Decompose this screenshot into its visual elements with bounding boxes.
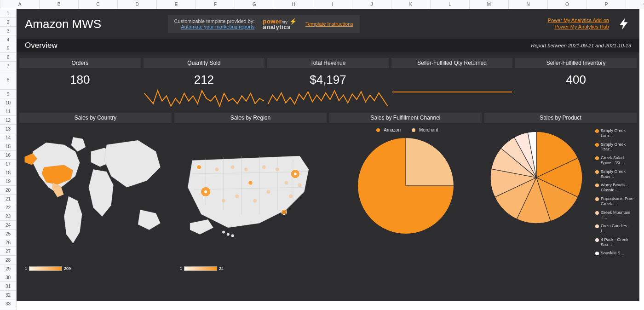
row-header[interactable]: 30 bbox=[0, 273, 16, 282]
fulfillment-legend: AmazonMerchant bbox=[329, 123, 482, 135]
col-header[interactable]: H bbox=[274, 0, 313, 9]
row-header[interactable]: 15 bbox=[0, 142, 16, 151]
col-header[interactable]: D bbox=[118, 0, 157, 9]
addon-link[interactable]: Power My Analytics Add-on bbox=[548, 17, 609, 23]
col-header[interactable]: B bbox=[40, 0, 79, 9]
row-header[interactable]: 23 bbox=[0, 212, 16, 221]
chart-title: Sales by Fulfillment Channel bbox=[329, 113, 482, 123]
legend-item: Papoutsanis Pure Greek… bbox=[595, 196, 634, 207]
row-header[interactable]: 31 bbox=[0, 282, 16, 291]
col-header[interactable]: J bbox=[352, 0, 391, 9]
row-header[interactable]: 7 bbox=[0, 62, 16, 70]
row-header[interactable]: 34 bbox=[0, 308, 16, 310]
chart-title: Sales by Product bbox=[484, 113, 637, 123]
chart-title: Sales by Country bbox=[19, 113, 172, 123]
row-header[interactable]: 20 bbox=[0, 186, 16, 195]
sparkline bbox=[267, 89, 389, 107]
row-header[interactable]: 13 bbox=[0, 125, 16, 133]
row-header[interactable]: 26 bbox=[0, 238, 16, 247]
row-header[interactable]: 14 bbox=[0, 133, 16, 142]
legend-item: Amazon bbox=[373, 127, 401, 132]
row-header[interactable]: 12 bbox=[0, 116, 16, 125]
sparkline bbox=[391, 75, 513, 93]
col-header[interactable]: C bbox=[79, 0, 118, 9]
automate-link[interactable]: Automate your marketing reports bbox=[174, 24, 255, 29]
row-header[interactable]: 5 bbox=[0, 44, 16, 53]
row-header[interactable]: 32 bbox=[0, 291, 16, 299]
hub-link[interactable]: Power My Analytics Hub bbox=[548, 24, 609, 29]
row-header[interactable]: 28 bbox=[0, 256, 16, 264]
template-instructions-link[interactable]: Template Instructions bbox=[305, 21, 353, 27]
row-header[interactable]: 21 bbox=[0, 195, 16, 203]
row-header[interactable]: 8 bbox=[0, 70, 16, 90]
svg-point-10 bbox=[231, 234, 234, 237]
row-header[interactable]: 6 bbox=[0, 53, 16, 62]
legend-item: Simply Greek Lam… bbox=[595, 128, 634, 138]
col-header[interactable]: O bbox=[548, 0, 587, 9]
col-header[interactable]: G bbox=[235, 0, 274, 9]
dashboard: Amazon MWS Customizable template provide… bbox=[17, 9, 639, 301]
kpi-card: Orders180 bbox=[19, 58, 141, 107]
template-box: Customizable template provided by: Autom… bbox=[168, 15, 360, 33]
row-header[interactable]: 4 bbox=[0, 35, 16, 44]
row-header[interactable]: 9 bbox=[0, 90, 16, 98]
row-header[interactable]: 16 bbox=[0, 151, 16, 160]
chart-row: Sales by Country bbox=[17, 107, 639, 275]
col-header[interactable]: E bbox=[157, 0, 196, 9]
sales-by-fulfillment-card: Sales by Fulfillment Channel AmazonMerch… bbox=[329, 113, 482, 275]
svg-point-19 bbox=[262, 166, 266, 169]
col-header[interactable]: F bbox=[196, 0, 235, 9]
row-header[interactable]: 27 bbox=[0, 247, 16, 256]
svg-point-26 bbox=[289, 195, 293, 198]
row-header[interactable]: 22 bbox=[0, 203, 16, 212]
world-map[interactable]: 1 209 bbox=[19, 123, 172, 275]
row-header[interactable]: 2 bbox=[0, 18, 16, 27]
chart-title: Sales by Region bbox=[174, 113, 327, 123]
product-pie[interactable]: Simply Greek Lam…Simply Greek Tzaz…Greek… bbox=[484, 123, 637, 275]
svg-point-15 bbox=[197, 165, 201, 170]
us-map[interactable]: 1 24 bbox=[174, 123, 327, 275]
sales-by-region-card: Sales by Region bbox=[174, 113, 327, 275]
right-links: Power My Analytics Add-on Power My Analy… bbox=[548, 17, 609, 30]
kpi-label: Seller-Fulfilled Qty Returned bbox=[391, 58, 513, 68]
svg-point-8 bbox=[222, 231, 225, 234]
row-header[interactable]: 24 bbox=[0, 221, 16, 230]
row-header[interactable]: 1 bbox=[0, 9, 16, 18]
row-header[interactable]: 25 bbox=[0, 230, 16, 238]
report-range: Report between 2021-09-21 and 2021-10-19 bbox=[531, 43, 631, 48]
svg-point-20 bbox=[276, 167, 279, 171]
col-header[interactable]: N bbox=[509, 0, 548, 9]
row-header[interactable]: 10 bbox=[0, 98, 16, 107]
fulfillment-pie[interactable]: AmazonMerchant bbox=[329, 123, 482, 275]
overview-bar: Overview Report between 2021-09-21 and 2… bbox=[17, 39, 639, 52]
col-header[interactable]: P bbox=[587, 0, 626, 9]
spreadsheet-frame: ABCDEFGHIJKLMNOPQ 1234567891011121314151… bbox=[0, 0, 644, 310]
row-header[interactable]: 19 bbox=[0, 177, 16, 186]
legend-item: Greek Salad Spice - "Si… bbox=[595, 155, 634, 166]
svg-point-13 bbox=[282, 209, 287, 215]
col-header[interactable]: Q bbox=[626, 0, 644, 9]
row-header[interactable]: 17 bbox=[0, 160, 16, 168]
row-header[interactable]: 18 bbox=[0, 168, 16, 177]
kpi-label: Orders bbox=[19, 58, 141, 68]
legend-item: Merchant bbox=[408, 127, 438, 132]
col-header[interactable]: K bbox=[391, 0, 431, 9]
kpi-card: Seller-Fulfilled Qty Returned bbox=[391, 58, 513, 107]
sales-by-country-card: Sales by Country bbox=[19, 113, 172, 275]
kpi-value bbox=[391, 68, 513, 75]
row-header[interactable]: 29 bbox=[0, 264, 16, 273]
col-header[interactable]: M bbox=[470, 0, 509, 9]
row-header[interactable]: 33 bbox=[0, 299, 16, 308]
row-header[interactable]: 3 bbox=[0, 27, 16, 35]
sparkline bbox=[144, 89, 265, 107]
row-header[interactable]: 11 bbox=[0, 107, 16, 116]
svg-point-23 bbox=[253, 199, 257, 203]
kpi-label: Total Revenue bbox=[267, 58, 389, 68]
legend-item: Ouzo Candies - I… bbox=[595, 224, 634, 234]
kpi-value: 180 bbox=[19, 68, 141, 89]
col-header[interactable]: I bbox=[313, 0, 352, 9]
col-header[interactable]: A bbox=[0, 0, 40, 9]
col-header[interactable]: L bbox=[431, 0, 470, 9]
legend-item: Simply Greek Tzaz… bbox=[595, 142, 634, 152]
kpi-card: Quantity Sold212 bbox=[144, 58, 265, 107]
